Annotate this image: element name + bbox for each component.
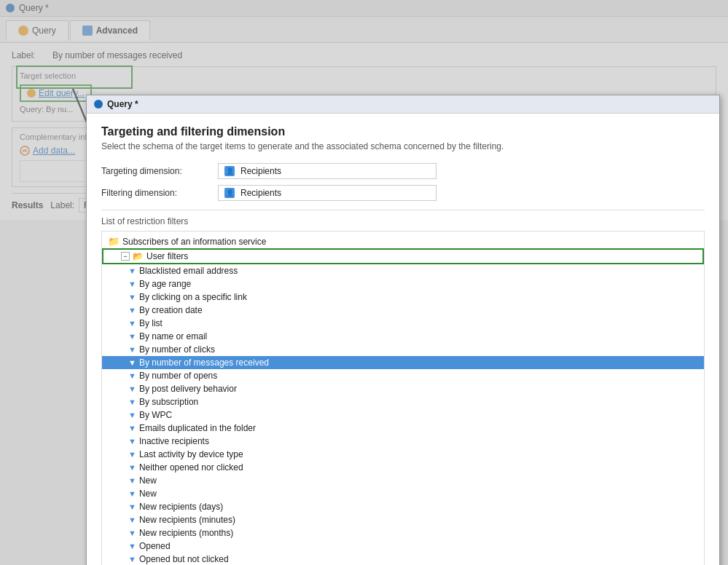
list-item[interactable]: ▼ By age range [102, 277, 704, 291]
dialog-titlebar: Query * [87, 95, 719, 114]
filter-label-13: Inactive recipients [139, 436, 209, 446]
filtering-value-text: Recipients [240, 188, 281, 198]
filter-label-21: Opened [139, 541, 171, 551]
list-item[interactable]: ▼ New recipients (minutes) [102, 513, 704, 526]
filter-icon-14: ▼ [128, 450, 136, 459]
filter-label-0: Blacklisted email address [139, 266, 238, 276]
list-item[interactable]: ▼ By number of opens [102, 369, 704, 382]
list-item[interactable]: ▼ Inactive recipients [102, 435, 704, 448]
list-item[interactable]: ▼ Neither opened nor clicked [102, 461, 704, 474]
filter-label-8: By number of opens [139, 371, 217, 381]
targeting-dimension-row: Targeting dimension: 👤 Recipients [101, 163, 705, 179]
filter-label-4: By list [139, 318, 163, 328]
filter-icon-19: ▼ [128, 515, 136, 524]
filter-icon-9: ▼ [128, 384, 136, 393]
subscribers-label: Subscribers of an information service [122, 237, 266, 247]
list-item[interactable]: ▼ By creation date [102, 304, 704, 317]
list-item[interactable]: ▼ By name or email [102, 330, 704, 343]
list-item[interactable]: ▼ Last activity by device type [102, 448, 704, 461]
filter-icon-4: ▼ [128, 319, 136, 328]
filter-label-9: By post delivery behavior [139, 384, 237, 394]
filter-icon-5: ▼ [128, 332, 136, 341]
filter-label-2: By clicking on a specific link [139, 292, 247, 302]
list-item[interactable]: ▼ By post delivery behavior [102, 382, 704, 395]
targeting-value-text: Recipients [240, 166, 281, 176]
tree-item-subscribers[interactable]: 📁 Subscribers of an information service [102, 234, 704, 248]
dialog-subtitle: Select the schema of the target items to… [101, 141, 705, 151]
dialog-title-icon [94, 100, 103, 108]
targeting-dimension-value[interactable]: 👤 Recipients [218, 163, 437, 179]
filter-icon-2: ▼ [128, 293, 136, 301]
user-filters-expand-btn[interactable]: − [121, 252, 130, 261]
list-item[interactable]: ▼ New recipients (days) [102, 500, 704, 513]
filter-label-10: By subscription [139, 397, 198, 407]
targeting-person-icon: 👤 [224, 166, 235, 176]
user-filters-label: User filters [146, 251, 188, 261]
filter-label-16: New [139, 475, 157, 486]
list-item[interactable]: ▼ By number of clicks [102, 343, 704, 356]
restriction-filters-label: List of restriction filters [101, 210, 705, 226]
filter-label-3: By creation date [139, 305, 203, 315]
filter-label-15: Neither opened nor clicked [139, 462, 243, 473]
filter-icon-0: ▼ [128, 266, 136, 275]
filter-label-12: Emails duplicated in the folder [139, 423, 256, 433]
filter-icon-20: ▼ [128, 529, 136, 537]
folder-icon-subscribers: 📁 [108, 236, 120, 247]
filter-icon-12: ▼ [128, 424, 136, 432]
list-item[interactable]: ▼ By subscription [102, 395, 704, 408]
list-item[interactable]: ▼ Blacklisted email address [102, 264, 704, 277]
filter-icon-3: ▼ [128, 306, 136, 315]
filter-icon-11: ▼ [128, 411, 136, 419]
dialog-heading: Targeting and filtering dimension [101, 125, 705, 138]
filter-icon-8: ▼ [128, 371, 136, 380]
filter-icon-22: ▼ [128, 555, 136, 564]
filter-label-14: Last activity by device type [139, 449, 243, 459]
filter-icon-16: ▼ [128, 476, 136, 485]
filter-label-22: Opened but not clicked [139, 554, 229, 564]
list-item[interactable]: ▼ New [102, 474, 704, 487]
filtering-dimension-label: Filtering dimension: [101, 188, 218, 198]
filter-icon-6: ▼ [128, 345, 136, 354]
filter-icon-18: ▼ [128, 502, 136, 511]
list-item-selected[interactable]: ▼ By number of messages received [102, 356, 704, 369]
filter-icon-15: ▼ [128, 463, 136, 472]
filter-label-11: By WPC [139, 410, 172, 420]
filter-label-19: New recipients (minutes) [139, 515, 235, 525]
list-item[interactable]: ▼ By WPC [102, 408, 704, 422]
list-item[interactable]: ▼ New [102, 487, 704, 500]
filtering-dimension-row: Filtering dimension: 👤 Recipients [101, 185, 705, 201]
list-item[interactable]: ▼ New recipients (months) [102, 526, 704, 540]
dialog-overlay: Query * Targeting and filtering dimensio… [0, 0, 728, 565]
filter-label-6: By number of clicks [139, 344, 215, 355]
filter-icon-7: ▼ [128, 358, 136, 367]
filter-label-18: New recipients (days) [139, 502, 223, 512]
filter-icon-10: ▼ [128, 398, 136, 406]
list-item[interactable]: ▼ Opened but not clicked [102, 553, 704, 565]
targeting-dimension-label: Targeting dimension: [101, 166, 218, 176]
filter-label-5: By name or email [139, 331, 207, 341]
filter-icon-1: ▼ [128, 280, 136, 288]
filter-label-1: By age range [139, 279, 191, 289]
filter-tree: 📁 Subscribers of an information service … [101, 231, 705, 565]
filtering-dimension-value[interactable]: 👤 Recipients [218, 185, 437, 201]
targeting-dialog: Query * Targeting and filtering dimensio… [86, 95, 720, 565]
list-item[interactable]: ▼ By list [102, 317, 704, 330]
filtering-person-icon: 👤 [224, 188, 235, 198]
list-item[interactable]: ▼ By clicking on a specific link [102, 291, 704, 304]
user-filters-folder-icon: 📂 [133, 251, 144, 261]
list-item[interactable]: ▼ Opened [102, 540, 704, 553]
dialog-body: Targeting and filtering dimension Select… [87, 114, 719, 565]
list-item[interactable]: ▼ Emails duplicated in the folder [102, 422, 704, 435]
filter-icon-13: ▼ [128, 437, 136, 446]
filter-label-17: New [139, 489, 157, 499]
filter-label-7: By number of messages received [139, 357, 269, 368]
dialog-title-text: Query * [107, 99, 138, 109]
filter-label-20: New recipients (months) [139, 528, 233, 538]
filter-icon-17: ▼ [128, 489, 136, 498]
tree-item-user-filters[interactable]: − 📂 User filters [102, 248, 704, 264]
filter-icon-21: ▼ [128, 542, 136, 550]
